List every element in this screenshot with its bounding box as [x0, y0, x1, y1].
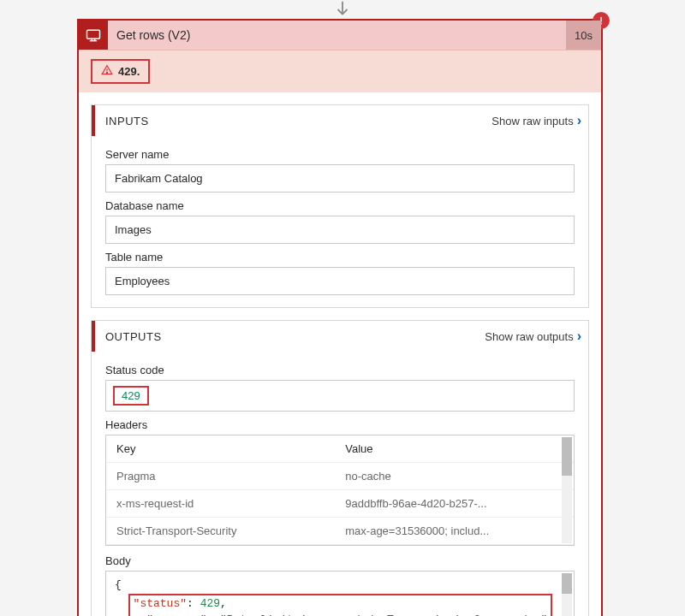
table-row: x-ms-request-id 9addbffb-96ae-4d20-b257-… — [106, 490, 574, 518]
json-key: "status" — [134, 597, 187, 610]
table-name-value: Employees — [105, 267, 575, 295]
chevron-right-icon: › — [577, 113, 581, 128]
outputs-title: OUTPUTS — [105, 330, 485, 343]
sql-icon — [79, 21, 108, 50]
step-card: Get rows (V2) 10s 429. INPUTS Sh — [77, 19, 603, 616]
outputs-panel: OUTPUTS Show raw outputs › Status code 4… — [91, 320, 589, 616]
body-label: Body — [105, 554, 575, 567]
inputs-title: INPUTS — [105, 115, 491, 127]
show-raw-inputs-link[interactable]: Show raw inputs › — [491, 113, 581, 128]
headers-col-key: Key — [116, 442, 345, 455]
headers-columns-row: Key Value — [106, 435, 574, 463]
header-value: max-age=31536000; includ... — [345, 524, 557, 537]
inputs-panel-header: INPUTS Show raw inputs › — [92, 105, 588, 136]
outputs-panel-header: OUTPUTS Show raw outputs › — [92, 321, 588, 352]
show-raw-inputs-label: Show raw inputs — [491, 115, 573, 127]
flow-arrow-down-icon — [333, 0, 352, 19]
header-key: Pragma — [116, 470, 345, 483]
inputs-panel: INPUTS Show raw inputs › Server name Fab… — [91, 104, 589, 308]
body-json-box: { "status": 429, "message": "Rate limit … — [105, 571, 575, 616]
table-row: Pragma no-cache — [106, 463, 574, 490]
step-header[interactable]: Get rows (V2) 10s — [79, 21, 601, 50]
database-name-value: Images — [105, 216, 575, 244]
error-code-chip: 429. — [91, 59, 150, 84]
header-key: x-ms-request-id — [116, 497, 345, 510]
headers-label: Headers — [105, 418, 575, 431]
status-code-row: 429 — [105, 380, 575, 412]
header-value: no-cache — [345, 470, 557, 483]
header-value: 9addbffb-96ae-4d20-b257-... — [345, 497, 557, 510]
body-highlight: "status": 429, "message": "Rate limit is… — [128, 594, 553, 617]
header-key: Strict-Transport-Security — [116, 524, 345, 537]
warning-icon — [101, 64, 113, 79]
show-raw-outputs-link[interactable]: Show raw outputs › — [485, 329, 581, 344]
table-name-label: Table name — [105, 251, 575, 264]
svg-rect-3 — [87, 30, 100, 38]
step-duration: 10s — [566, 21, 601, 50]
headers-table: Key Value Pragma no-cache x-ms-request-i… — [105, 435, 575, 546]
server-name-label: Server name — [105, 148, 575, 161]
database-name-label: Database name — [105, 199, 575, 212]
table-row: Strict-Transport-Security max-age=315360… — [106, 518, 574, 545]
status-code-value: 429 — [113, 386, 149, 406]
status-code-label: Status code — [105, 364, 575, 376]
show-raw-outputs-label: Show raw outputs — [485, 330, 573, 343]
json-number: 429 — [200, 597, 220, 610]
headers-col-value: Value — [345, 442, 557, 455]
headers-scrollbar[interactable] — [562, 437, 572, 543]
svg-point-9 — [106, 72, 107, 73]
server-name-value: Fabrikam Catalog — [105, 164, 575, 192]
step-title: Get rows (V2) — [108, 28, 566, 42]
error-code-text: 429. — [118, 65, 140, 78]
body-scrollbar[interactable] — [562, 573, 572, 616]
error-banner: 429. — [79, 50, 601, 92]
chevron-right-icon: › — [577, 329, 581, 344]
